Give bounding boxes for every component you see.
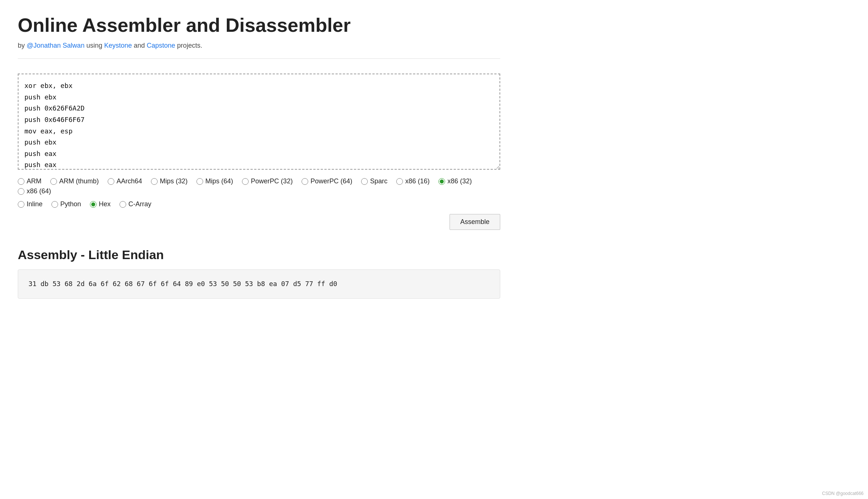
arch-radio-label-text-arm: ARM — [27, 177, 41, 185]
arch-radio-label-text-ppc64: PowerPC (64) — [310, 177, 352, 185]
format-radio-label-text-inline: Inline — [27, 200, 43, 208]
arch-radio-group: ARMARM (thumb)AArch64Mips (32)Mips (64)P… — [18, 177, 500, 195]
output-title: Assembly - Little Endian — [18, 248, 500, 262]
arch-radio-label-aarch64[interactable]: AArch64 — [108, 177, 142, 185]
arch-radio-arm[interactable] — [18, 178, 24, 185]
arch-radio-label-text-mips64: Mips (64) — [205, 177, 233, 185]
format-radio-label-python[interactable]: Python — [51, 200, 81, 208]
page-title: Online Assembler and Disassembler — [18, 15, 500, 36]
author-link[interactable]: @Jonathan Salwan — [27, 42, 84, 49]
format-radio-label-text-carray: C-Array — [128, 200, 151, 208]
arch-radio-label-mips64[interactable]: Mips (64) — [196, 177, 233, 185]
assemble-button[interactable]: Assemble — [450, 214, 500, 230]
format-radio-python[interactable] — [51, 201, 58, 208]
arch-radio-label-arm_thumb[interactable]: ARM (thumb) — [50, 177, 99, 185]
arch-radio-ppc32[interactable] — [242, 178, 249, 185]
arch-radio-mips64[interactable] — [196, 178, 203, 185]
format-radio-carray[interactable] — [120, 201, 126, 208]
arch-radio-label-text-arm_thumb: ARM (thumb) — [59, 177, 99, 185]
arch-radio-arm_thumb[interactable] — [50, 178, 57, 185]
arch-radio-label-text-x86_16: x86 (16) — [405, 177, 430, 185]
capstone-link[interactable]: Capstone — [147, 42, 175, 49]
arch-radio-label-ppc64[interactable]: PowerPC (64) — [302, 177, 352, 185]
assemble-row: Assemble — [18, 214, 500, 230]
subtitle-prefix: by — [18, 42, 27, 49]
format-radio-hex[interactable] — [90, 201, 97, 208]
arch-radio-label-text-aarch64: AArch64 — [117, 177, 142, 185]
format-radio-label-hex[interactable]: Hex — [90, 200, 111, 208]
subtitle-using: using — [84, 42, 104, 49]
format-radio-label-inline[interactable]: Inline — [18, 200, 43, 208]
subtitle: by @Jonathan Salwan using Keystone and C… — [18, 42, 500, 50]
format-radio-inline[interactable] — [18, 201, 24, 208]
arch-radio-x86_16[interactable] — [396, 178, 403, 185]
arch-radio-label-text-x86_64: x86 (64) — [27, 187, 51, 195]
subtitle-suffix: projects. — [175, 42, 202, 49]
arch-radio-label-x86_32[interactable]: x86 (32) — [438, 177, 472, 185]
arch-radio-sparc[interactable] — [361, 178, 368, 185]
arch-radio-label-ppc32[interactable]: PowerPC (32) — [242, 177, 293, 185]
arch-radio-label-arm[interactable]: ARM — [18, 177, 41, 185]
arch-radio-label-text-mips32: Mips (32) — [160, 177, 188, 185]
arch-radio-label-text-x86_32: x86 (32) — [447, 177, 472, 185]
arch-radio-label-mips32[interactable]: Mips (32) — [151, 177, 188, 185]
arch-radio-label-text-ppc32: PowerPC (32) — [251, 177, 293, 185]
editor-container — [18, 74, 500, 172]
format-radio-label-carray[interactable]: C-Array — [120, 200, 151, 208]
assembly-input[interactable] — [18, 74, 500, 170]
output-content: 31 db 53 68 2d 6a 6f 62 68 67 6f 6f 64 8… — [18, 269, 500, 299]
subtitle-and: and — [132, 42, 147, 49]
arch-radio-x86_32[interactable] — [438, 178, 445, 185]
arch-radio-aarch64[interactable] — [108, 178, 114, 185]
format-radio-label-text-hex: Hex — [99, 200, 111, 208]
arch-radio-label-text-sparc: Sparc — [370, 177, 387, 185]
format-radio-label-text-python: Python — [60, 200, 81, 208]
arch-radio-mips32[interactable] — [151, 178, 158, 185]
arch-radio-label-x86_64[interactable]: x86 (64) — [18, 187, 51, 195]
keystone-link[interactable]: Keystone — [104, 42, 132, 49]
format-radio-group: InlinePythonHexC-Array — [18, 200, 500, 208]
divider — [18, 58, 500, 59]
arch-radio-label-sparc[interactable]: Sparc — [361, 177, 387, 185]
arch-radio-ppc64[interactable] — [302, 178, 308, 185]
arch-radio-x86_64[interactable] — [18, 188, 24, 195]
arch-radio-label-x86_16[interactable]: x86 (16) — [396, 177, 430, 185]
